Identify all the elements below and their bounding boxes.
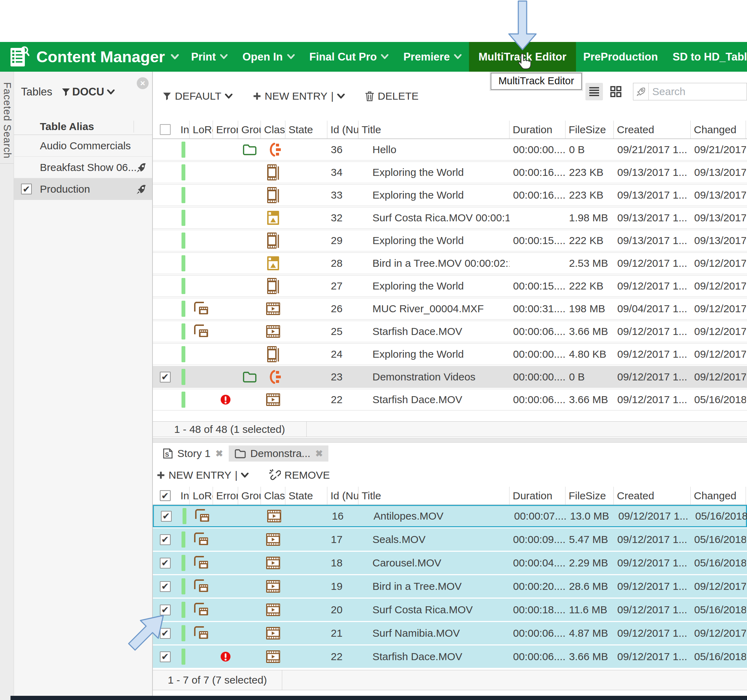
- table-row[interactable]: 22Starfish Dace.MOV00:00:06....3.66 MB09…: [153, 389, 747, 410]
- menu-item-multitrack-editor[interactable]: MultiTrack EditorMultiTrack Editor: [469, 42, 576, 72]
- tab-demonstration-videos[interactable]: Demonstra... ✖: [229, 446, 329, 461]
- search-input[interactable]: [649, 86, 747, 98]
- faceted-search-strip[interactable]: Faceted Search: [0, 72, 14, 700]
- column-header-class[interactable]: Class: [261, 121, 285, 139]
- in-indicator: [181, 164, 185, 180]
- column-header-created[interactable]: Created: [614, 121, 691, 139]
- sidebar-item-audio-commercials[interactable]: Audio Commercials: [14, 135, 152, 157]
- menu-item-open-in[interactable]: Open In: [235, 42, 302, 72]
- column-header-state[interactable]: State: [285, 121, 327, 139]
- grid-view-button[interactable]: [607, 83, 625, 100]
- row-checkbox[interactable]: ✔: [160, 652, 171, 662]
- tables-filter-chevron-icon[interactable]: [107, 89, 115, 95]
- column-header-title[interactable]: Title: [358, 487, 510, 505]
- row-checkbox[interactable]: ✔: [160, 558, 171, 568]
- app-title-chevron-icon[interactable]: [171, 54, 179, 60]
- column-header-class[interactable]: Class: [261, 487, 285, 505]
- row-checkbox[interactable]: ✔: [160, 581, 171, 592]
- sidebar-close-icon[interactable]: ✕: [137, 77, 149, 89]
- title-cell: MUC River_00004.MXF: [358, 298, 510, 319]
- column-header-grou[interactable]: Grou: [238, 487, 261, 505]
- column-header-error[interactable]: Error: [213, 487, 238, 505]
- column-header-lore[interactable]: LoRe: [189, 487, 213, 505]
- table-checkbox[interactable]: ✔: [21, 184, 32, 194]
- column-header-duration[interactable]: Duration: [510, 487, 566, 505]
- list-view-button[interactable]: [585, 83, 603, 100]
- tab-story-1[interactable]: S Story 1 ✖: [157, 446, 229, 461]
- table-row[interactable]: ✔19Bird in a Tree.MOV00:00:20....28.6 MB…: [153, 575, 747, 597]
- table-alias-header[interactable]: Table Alias: [14, 118, 152, 135]
- table-alias-list: Audio CommercialsBreakfast Show 06...✔Pr…: [14, 135, 152, 200]
- title-cell: Exploring the World: [358, 184, 510, 206]
- column-header-duration[interactable]: Duration: [510, 121, 566, 139]
- rocket-icon[interactable]: [136, 184, 147, 195]
- table-row[interactable]: ✔23Demonstration Videos00:00:00....0 B09…: [153, 366, 747, 388]
- column-header-state[interactable]: State: [285, 487, 327, 505]
- table-row[interactable]: ✔22Starfish Dace.MOV00:00:06....3.66 MB0…: [153, 646, 747, 668]
- column-header-error[interactable]: Error: [213, 121, 238, 139]
- in-indicator: [181, 531, 185, 547]
- table-row[interactable]: 33Exploring the World00:00:16....223 KB0…: [153, 184, 747, 206]
- column-header-changed[interactable]: Changed: [691, 487, 746, 505]
- column-header-filesize[interactable]: FileSize: [566, 487, 614, 505]
- table-row[interactable]: 36Hello00:00:00....0 B09/21/2017 1...09/…: [153, 139, 747, 160]
- select-all-checkbox[interactable]: [160, 124, 171, 135]
- table-row[interactable]: 28Bird in a Tree.MOV 00:00:02:122.53 MB0…: [153, 252, 747, 274]
- duration-cell: 00:00:20....: [510, 575, 566, 597]
- menu-item-premiere[interactable]: Premiere: [396, 42, 469, 72]
- column-header-filesize[interactable]: FileSize: [566, 121, 614, 139]
- tab-close-icon[interactable]: ✖: [215, 448, 223, 459]
- rocket-icon[interactable]: [136, 162, 147, 173]
- column-header-grou[interactable]: Grou: [238, 121, 261, 139]
- column-header-in[interactable]: In: [177, 487, 189, 505]
- column-header-in[interactable]: In: [177, 121, 189, 139]
- group-cell: [238, 321, 261, 342]
- in-indicator: [181, 301, 185, 317]
- tab-close-icon[interactable]: ✖: [316, 448, 323, 459]
- column-header-created[interactable]: Created: [614, 487, 691, 505]
- table-row[interactable]: 34Exploring the World00:00:16....223 KB0…: [153, 162, 747, 183]
- column-header-lore[interactable]: LoRe: [189, 121, 213, 139]
- table-row[interactable]: 26MUC River_00004.MXF00:00:31....198 MB0…: [153, 298, 747, 320]
- row-checkbox[interactable]: ✔: [160, 605, 171, 615]
- tables-filter-bar[interactable]: Tables DOCU: [21, 86, 152, 98]
- select-all-checkbox[interactable]: ✔: [160, 490, 171, 501]
- filter-icon: [163, 92, 171, 101]
- table-row-partial[interactable]: [153, 411, 747, 421]
- row-checkbox[interactable]: ✔: [160, 628, 171, 639]
- class-cell: [261, 552, 285, 574]
- column-header-title[interactable]: Title: [358, 121, 510, 139]
- table-row[interactable]: 27Exploring the World00:00:15....222 KB0…: [153, 275, 747, 297]
- menu-item-print[interactable]: Print: [184, 42, 235, 72]
- table-row[interactable]: 25Starfish Dace.MOV00:00:06....3.66 MB09…: [153, 321, 747, 342]
- delete-button[interactable]: DELETE: [365, 90, 419, 102]
- table-row[interactable]: ✔17Seals.MOV00:00:09....5.47 MB09/12/201…: [153, 528, 747, 551]
- menu-item-final-cut-pro[interactable]: Final Cut Pro: [302, 42, 396, 72]
- rocket-icon[interactable]: [634, 83, 649, 100]
- panel-splitter[interactable]: [153, 438, 747, 443]
- created-cell: 09/21/2017 1...: [614, 139, 691, 160]
- column-header-id-numb[interactable]: Id (Numb: [327, 487, 358, 505]
- row-checkbox[interactable]: ✔: [160, 372, 171, 383]
- row-checkbox[interactable]: ✔: [160, 534, 171, 545]
- menu-item-sd-to-hd-table-a-b[interactable]: SD to HD_Table: A-B: [665, 42, 747, 72]
- table-row[interactable]: 24Exploring the World00:00:00....4.80 KB…: [153, 343, 747, 365]
- table-row[interactable]: ✔18Carousel.MOV00:00:04....2.29 MB09/12/…: [153, 552, 747, 574]
- filter-default-button[interactable]: DEFAULT: [163, 90, 233, 102]
- sidebar-item-breakfast-show-06-[interactable]: Breakfast Show 06...: [14, 157, 152, 178]
- menu-item-preproduction[interactable]: PreProduction: [576, 42, 665, 72]
- sidebar-item-production[interactable]: ✔Production: [14, 178, 152, 200]
- row-checkbox[interactable]: ✔: [161, 511, 172, 522]
- table-row[interactable]: 32Surf Costa Rica.MOV 00:00:1...1.98 MB0…: [153, 207, 747, 229]
- column-header-changed[interactable]: Changed: [691, 121, 746, 139]
- table-row[interactable]: ✔20Surf Costa Rica.MOV00:00:18....11.6 M…: [153, 599, 747, 621]
- group-cell: [238, 389, 261, 410]
- table-row[interactable]: ✔21Surf Namibia.MOV00:00:06....4.87 MB09…: [153, 622, 747, 644]
- table-row[interactable]: 29Exploring the World00:00:15....222 KB0…: [153, 230, 747, 251]
- id-cell: 19: [327, 575, 358, 597]
- new-entry-button[interactable]: NEW ENTRY |: [253, 90, 345, 102]
- new-entry-button-lower[interactable]: NEW ENTRY |: [157, 469, 249, 481]
- table-row[interactable]: ✔16Antilopes.MOV00:00:07....13.0 MB09/12…: [153, 505, 747, 527]
- column-header-id-numb[interactable]: Id (Numb: [327, 121, 358, 139]
- remove-button[interactable]: REMOVE: [269, 469, 330, 481]
